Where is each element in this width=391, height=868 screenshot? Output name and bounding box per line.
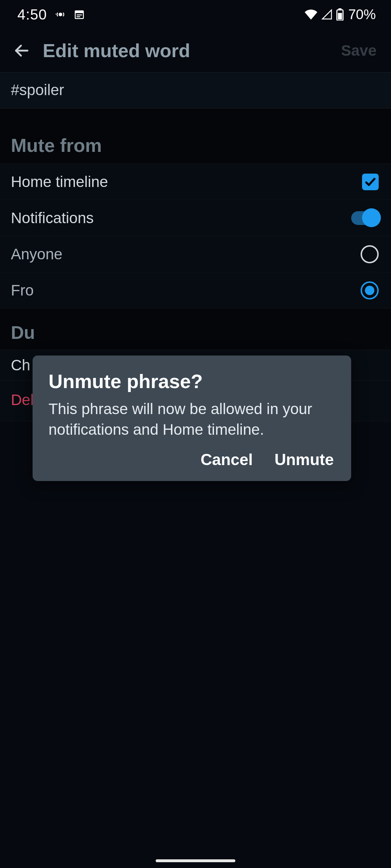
dialog-title: Unmute phrase?	[49, 370, 335, 392]
dialog-body: This phrase will now be allowed in your …	[49, 399, 335, 440]
cancel-button[interactable]: Cancel	[201, 451, 253, 469]
unmute-button[interactable]: Unmute	[274, 451, 334, 469]
unmute-dialog: Unmute phrase? This phrase will now be a…	[33, 356, 351, 481]
nav-pill[interactable]	[156, 859, 235, 862]
dialog-actions: Cancel Unmute	[49, 451, 335, 472]
